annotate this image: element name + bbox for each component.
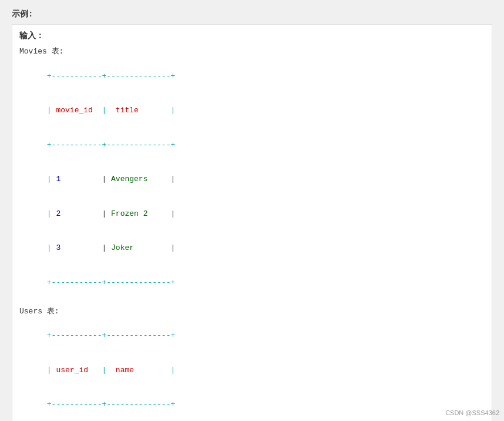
watermark: CSDN @SSS4362 [445, 409, 499, 416]
input-label: 输入： [19, 31, 485, 41]
example-label: 示例: [12, 9, 492, 19]
users-border-top: +-----------+--------------+ [47, 331, 175, 340]
movies-border-mid: +-----------+--------------+ [47, 141, 175, 149]
users-col-name: name [116, 366, 134, 375]
main-container: 示例: 输入： Movies 表: +-----------+---------… [9, 6, 495, 421]
movies-table: +-----------+--------------+ | movie_id … [19, 59, 485, 300]
movies-col-title: title [116, 106, 139, 115]
users-table-label: Users 表: [19, 306, 485, 316]
example-block: 输入： Movies 表: +-----------+-------------… [12, 24, 492, 421]
movies-col-movieid: movie_id [56, 106, 92, 115]
movies-border-bot: +-----------+--------------+ [47, 278, 175, 287]
users-col-userid: user_id [56, 366, 88, 375]
movies-border-top: +-----------+--------------+ [47, 72, 175, 81]
movies-table-label: Movies 表: [19, 46, 485, 56]
users-border-mid: +-----------+--------------+ [47, 400, 175, 409]
users-table: +-----------+--------------+ | user_id |… [19, 319, 485, 422]
